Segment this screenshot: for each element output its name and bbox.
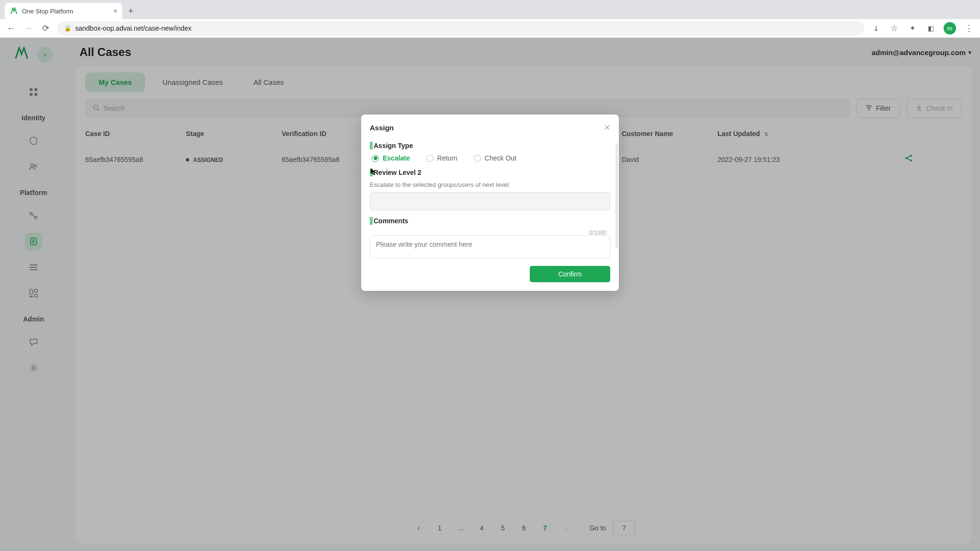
url-field[interactable]: 🔒 sandbox-oop.advai.net/case-new/index bbox=[57, 21, 864, 35]
browser-tab[interactable]: One Stop Platform × bbox=[5, 3, 122, 19]
radio-return[interactable]: Return bbox=[426, 154, 457, 162]
modal-footer: Confirm bbox=[361, 260, 619, 282]
profile-avatar[interactable]: m bbox=[944, 22, 956, 34]
forward-icon[interactable]: → bbox=[23, 23, 34, 34]
toolbar-right: ⤓ ☆ ✦ ◧ m ⋮ bbox=[871, 22, 974, 34]
favicon-icon bbox=[10, 7, 18, 15]
section-review-level: Review Level 2 bbox=[370, 169, 610, 176]
modal-header: Assign ✕ bbox=[361, 123, 619, 138]
radio-icon bbox=[474, 155, 481, 162]
section-bar-icon bbox=[370, 169, 373, 176]
modal-overlay[interactable]: Assign ✕ Assign Type Escalate Return bbox=[0, 38, 980, 551]
reload-icon[interactable]: ⟳ bbox=[40, 23, 51, 34]
address-bar: ← → ⟳ 🔒 sandbox-oop.advai.net/case-new/i… bbox=[0, 19, 980, 38]
confirm-button[interactable]: Confirm bbox=[530, 266, 610, 282]
new-tab-button[interactable]: + bbox=[124, 4, 137, 18]
radio-icon bbox=[426, 155, 433, 162]
radio-escalate[interactable]: Escalate bbox=[372, 154, 410, 162]
star-icon[interactable]: ☆ bbox=[889, 23, 900, 34]
section-bar-icon bbox=[370, 217, 373, 225]
close-icon[interactable]: ✕ bbox=[604, 123, 610, 132]
tab-title: One Stop Platform bbox=[22, 8, 73, 15]
close-tab-icon[interactable]: × bbox=[114, 7, 117, 15]
modal-title: Assign bbox=[370, 124, 394, 132]
back-icon[interactable]: ← bbox=[6, 23, 16, 34]
kebab-icon[interactable]: ⋮ bbox=[964, 23, 974, 34]
browser-chrome: One Stop Platform × + ← → ⟳ 🔒 sandbox-oo… bbox=[0, 0, 980, 38]
user-select[interactable] bbox=[370, 192, 610, 210]
tab-strip: One Stop Platform × + bbox=[0, 0, 980, 19]
lock-icon: 🔒 bbox=[64, 25, 71, 32]
scrollbar[interactable] bbox=[615, 143, 618, 248]
url-text: sandbox-oop.advai.net/case-new/index bbox=[75, 24, 192, 32]
section-assign-type: Assign Type bbox=[370, 142, 610, 149]
section-bar-icon bbox=[370, 142, 373, 149]
app-root: › Identity Platform Admin bbox=[0, 38, 980, 551]
extensions-icon[interactable]: ✦ bbox=[907, 23, 918, 34]
radio-icon bbox=[372, 155, 379, 162]
assign-modal: Assign ✕ Assign Type Escalate Return bbox=[361, 115, 619, 291]
panel-icon[interactable]: ◧ bbox=[925, 23, 936, 34]
section-comments: Comments bbox=[370, 217, 610, 225]
radio-checkout[interactable]: Check Out bbox=[474, 154, 516, 162]
modal-body: Assign Type Escalate Return Check Out bbox=[361, 138, 619, 260]
hint-text: Escalate to the selected groups/users of… bbox=[370, 181, 610, 188]
radio-group-assign-type: Escalate Return Check Out bbox=[370, 154, 610, 162]
comment-textarea[interactable] bbox=[370, 235, 610, 258]
install-icon[interactable]: ⤓ bbox=[871, 23, 881, 34]
